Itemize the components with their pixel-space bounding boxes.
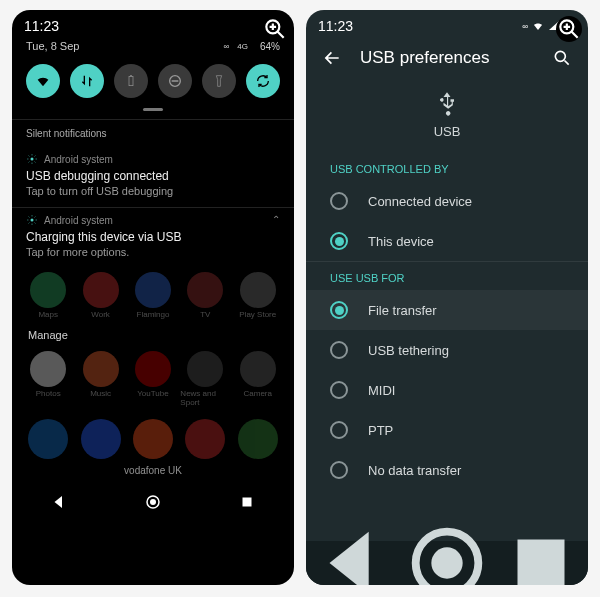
quick-settings-row [12, 60, 294, 106]
radio-selected-icon [330, 301, 348, 319]
group-use-usb-for: USE USB FOR [306, 262, 588, 290]
nav-back[interactable] [50, 493, 68, 511]
zoom-icon[interactable] [556, 16, 582, 42]
status-bar: 11:23 [12, 10, 294, 36]
phone-right-usb-preferences: 11:23 ∞ USB preferences USB USB CONTROLL… [306, 10, 588, 585]
radio-icon [330, 381, 348, 399]
option-midi[interactable]: MIDI [306, 370, 588, 410]
svg-line-1 [277, 31, 284, 37]
svg-point-14 [150, 499, 156, 505]
gear-icon [26, 214, 38, 226]
navigation-bar [12, 480, 294, 524]
option-no-data-transfer[interactable]: No data transfer [306, 450, 588, 490]
option-this-device[interactable]: This device [306, 221, 588, 261]
svg-point-12 [31, 219, 34, 222]
usb-icon [433, 90, 461, 118]
zoom-icon[interactable] [262, 16, 288, 42]
qs-battery-saver[interactable] [114, 64, 148, 98]
manage-label[interactable]: Manage [12, 323, 294, 347]
clock: 11:23 [318, 18, 353, 34]
option-usb-tethering[interactable]: USB tethering [306, 330, 588, 370]
back-arrow-icon[interactable] [322, 48, 342, 68]
clock: 11:23 [24, 18, 59, 34]
notification-charging-usb[interactable]: ⌃ Android system Charging this device vi… [12, 208, 294, 268]
phone-left-notification-shade: 11:23 Tue, 8 Sep ∞ 4G 64% Silent notific… [12, 10, 294, 585]
status-bar: 11:23 ∞ [306, 10, 588, 36]
gear-icon [26, 153, 38, 165]
drag-handle[interactable] [143, 108, 163, 111]
svg-rect-15 [243, 498, 252, 507]
section-label-silent: Silent notifications [12, 120, 294, 147]
group-usb-controlled-by: USB CONTROLLED BY [306, 153, 588, 181]
option-file-transfer[interactable]: File transfer [306, 290, 588, 330]
notification-usb-debugging[interactable]: Android system USB debugging connected T… [12, 147, 294, 207]
radio-icon [330, 192, 348, 210]
nav-home[interactable] [400, 516, 494, 585]
usb-hero: USB [306, 80, 588, 153]
nav-recent[interactable] [238, 493, 256, 511]
svg-point-11 [31, 158, 34, 161]
nav-back[interactable] [306, 516, 400, 585]
radio-icon [330, 421, 348, 439]
qs-dnd[interactable] [158, 64, 192, 98]
title-bar: USB preferences [306, 36, 588, 80]
nav-recent[interactable] [494, 516, 588, 585]
radio-icon [330, 341, 348, 359]
option-connected-device[interactable]: Connected device [306, 181, 588, 221]
search-icon[interactable] [552, 48, 572, 68]
shade-date: Tue, 8 Sep [26, 40, 79, 52]
navigation-bar [306, 541, 588, 585]
radio-selected-icon [330, 232, 348, 250]
page-title: USB preferences [360, 48, 534, 68]
qs-flashlight[interactable] [202, 64, 236, 98]
radio-icon [330, 461, 348, 479]
svg-line-23 [565, 61, 569, 65]
carrier-label: vodafone UK [12, 463, 294, 480]
svg-point-22 [555, 51, 565, 61]
svg-line-17 [571, 31, 578, 37]
svg-point-25 [431, 547, 462, 578]
status-icons-right: ∞ 4G 64% [224, 41, 280, 52]
option-ptp[interactable]: PTP [306, 410, 588, 450]
qs-autorotate[interactable] [246, 64, 280, 98]
wifi-icon [532, 20, 544, 32]
svg-rect-7 [129, 76, 133, 85]
chevron-up-icon[interactable]: ⌃ [272, 214, 280, 225]
home-apps-dimmed: Maps Work Flamingo TV Play Store [12, 268, 294, 319]
qs-wifi[interactable] [26, 64, 60, 98]
nav-home[interactable] [144, 493, 162, 511]
qs-data[interactable] [70, 64, 104, 98]
svg-rect-26 [518, 540, 565, 586]
dock [12, 411, 294, 463]
svg-rect-8 [130, 75, 131, 76]
